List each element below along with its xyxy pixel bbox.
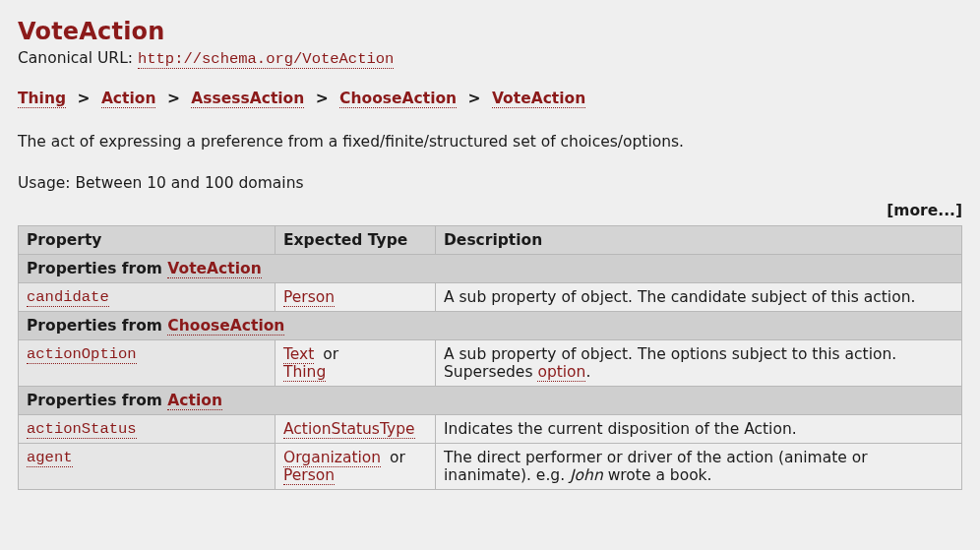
breadcrumb: Thing > Action > AssessAction > ChooseAc… — [18, 90, 962, 107]
or-label: or — [381, 449, 405, 466]
section-label: Properties from — [27, 260, 167, 277]
table-row: agent Organization or Person The direct … — [19, 444, 962, 490]
table-row: actionOption Text or Thing A sub propert… — [19, 340, 962, 387]
or-label: or — [314, 345, 338, 363]
prop-link-agent[interactable]: agent — [27, 449, 73, 467]
breadcrumb-thing[interactable]: Thing — [18, 90, 66, 108]
table-row: actionStatus ActionStatusType Indicates … — [19, 415, 962, 444]
prop-desc-actionstatus: Indicates the current disposition of the… — [436, 415, 962, 444]
prop-link-actionoption[interactable]: actionOption — [27, 345, 137, 364]
section-action: Properties from Action — [19, 387, 962, 415]
breadcrumb-action[interactable]: Action — [101, 90, 156, 108]
section-link-voteaction[interactable]: VoteAction — [167, 260, 261, 278]
canonical-line: Canonical URL: http://schema.org/VoteAct… — [18, 49, 962, 68]
breadcrumb-voteaction[interactable]: VoteAction — [492, 90, 585, 108]
type-link-actionstatustype[interactable]: ActionStatusType — [283, 420, 415, 439]
col-header-description: Description — [436, 226, 962, 255]
breadcrumb-sep: > — [462, 90, 487, 107]
more-toggle[interactable]: [more...] — [887, 202, 962, 219]
prop-desc-actionoption: A sub property of object. The options su… — [436, 340, 962, 387]
breadcrumb-assessaction[interactable]: AssessAction — [191, 90, 304, 108]
type-link-text[interactable]: Text — [283, 345, 314, 364]
section-label: Properties from — [27, 392, 167, 409]
supersedes-link-option[interactable]: option — [537, 363, 585, 382]
table-row: candidate Person A sub property of objec… — [19, 283, 962, 312]
section-link-action[interactable]: Action — [167, 392, 222, 410]
section-voteaction: Properties from VoteAction — [19, 255, 962, 283]
col-header-expected: Expected Type — [276, 226, 436, 255]
page-root: VoteAction Canonical URL: http://schema.… — [0, 0, 980, 550]
canonical-url-link[interactable]: http://schema.org/VoteAction — [138, 50, 394, 69]
desc-text: . — [585, 363, 590, 381]
breadcrumb-chooseaction[interactable]: ChooseAction — [339, 90, 457, 108]
prop-desc-agent: The direct performer or driver of the ac… — [436, 444, 962, 490]
table-header-row: Property Expected Type Description — [19, 226, 962, 255]
breadcrumb-sep: > — [161, 90, 186, 107]
page-title: VoteAction — [18, 18, 962, 45]
section-chooseaction: Properties from ChooseAction — [19, 312, 962, 340]
prop-desc-candidate: A sub property of object. The candidate … — [436, 283, 962, 312]
breadcrumb-sep: > — [310, 90, 335, 107]
section-link-chooseaction[interactable]: ChooseAction — [167, 317, 284, 336]
col-header-property: Property — [19, 226, 276, 255]
section-label: Properties from — [27, 317, 167, 335]
more-toggle-line: [more...] — [18, 202, 962, 219]
prop-link-candidate[interactable]: candidate — [27, 288, 109, 307]
desc-em: John — [570, 466, 603, 484]
breadcrumb-sep: > — [71, 90, 95, 107]
canonical-label: Canonical URL: — [18, 49, 138, 67]
properties-table: Property Expected Type Description Prope… — [18, 225, 962, 490]
usage-text: Usage: Between 10 and 100 domains — [18, 174, 962, 192]
description-text: The act of expressing a preference from … — [18, 131, 962, 153]
type-link-organization[interactable]: Organization — [283, 449, 381, 467]
prop-link-actionstatus[interactable]: actionStatus — [27, 420, 137, 439]
type-link-person[interactable]: Person — [283, 466, 335, 485]
desc-text: A sub property of object. The options su… — [444, 345, 896, 381]
type-link-person[interactable]: Person — [283, 288, 335, 307]
desc-text: wrote a book. — [603, 466, 712, 484]
type-link-thing[interactable]: Thing — [283, 363, 326, 382]
